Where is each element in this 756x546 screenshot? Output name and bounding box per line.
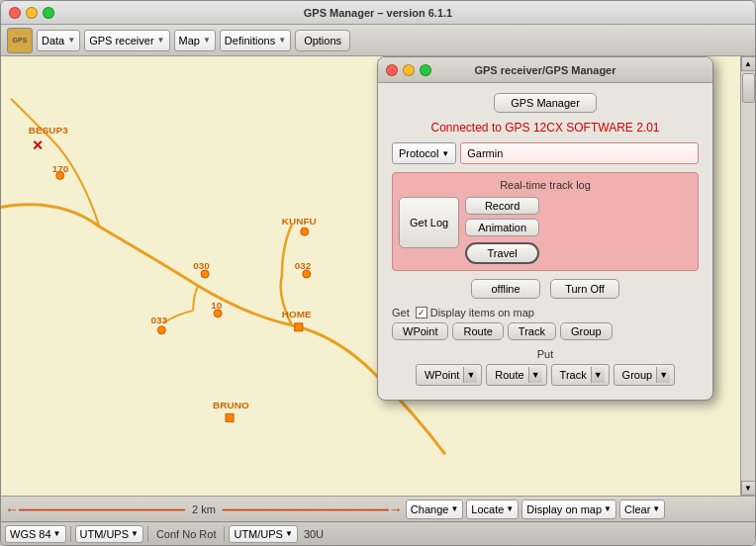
protocol-dropdown[interactable]: Protocol ▼ [392, 142, 456, 164]
svg-text:BESUP3: BESUP3 [29, 125, 68, 136]
dialog-maximize-button[interactable] [420, 64, 431, 76]
svg-rect-17 [226, 413, 234, 421]
get-buttons: WPoint Route Track Group [392, 322, 699, 340]
travel-button[interactable]: Travel [465, 242, 539, 264]
utm2-dropdown[interactable]: UTM/UPS ▼ [229, 525, 297, 543]
put-label: Put [392, 348, 699, 360]
right-scrollbar[interactable]: ▲ ▼ [740, 56, 755, 496]
offline-row: offline Turn Off [392, 279, 699, 299]
wgs-dropdown[interactable]: WGS 84 ▼ [5, 525, 66, 543]
utm-arrow: ▼ [131, 529, 139, 538]
svg-point-13 [214, 310, 222, 318]
get-wpoint-button[interactable]: WPoint [392, 322, 448, 340]
content-area: BESUP3 ✕ 170 KUNFU 030 032 033 10 [1, 56, 755, 496]
change-dropdown[interactable]: Change ▼ [406, 500, 463, 519]
get-route-button[interactable]: Route [452, 322, 503, 340]
svg-rect-15 [295, 323, 303, 331]
clear-arrow: ▼ [652, 504, 660, 513]
animation-button[interactable]: Animation [465, 219, 539, 236]
bottom-bar: ←———————————— 2 km ————————————→ Change … [1, 496, 755, 521]
right-arrow-indicator: ————————————→ [223, 501, 403, 517]
svg-text:030: 030 [193, 260, 210, 271]
scroll-up-button[interactable]: ▲ [741, 56, 756, 71]
protocol-arrow: ▼ [441, 149, 449, 158]
dialog-title-bar: GPS receiver/GPS Manager [378, 57, 712, 83]
data-dropdown[interactable]: Data ▼ [37, 30, 80, 51]
display-on-map-dropdown[interactable]: Display on map ▼ [521, 500, 616, 519]
toolbar: GPS Data ▼ GPS receiver ▼ Map ▼ Definiti… [1, 25, 755, 56]
minimize-button[interactable] [26, 7, 38, 19]
distance-label: 2 km [188, 503, 220, 515]
status-divider-2 [147, 526, 148, 542]
svg-point-5 [301, 228, 309, 235]
utm2-arrow: ▼ [285, 529, 293, 538]
turn-off-button[interactable]: Turn Off [550, 279, 619, 299]
locate-arrow: ▼ [506, 504, 514, 513]
display-checkbox[interactable]: ✓ [416, 307, 427, 318]
status-bar: WGS 84 ▼ UTM/UPS ▼ Conf No Rot UTM/UPS ▼… [1, 521, 755, 545]
put-buttons: WPoint ▼ Route ▼ Track ▼ Group [392, 364, 699, 386]
dialog-minimize-button[interactable] [403, 64, 415, 76]
gps-dialog: GPS receiver/GPS Manager GPS Manager Con… [377, 56, 713, 401]
display-checkbox-label: Display items on map [430, 307, 534, 318]
utm-dropdown[interactable]: UTM/UPS ▼ [75, 525, 143, 543]
options-button[interactable]: Options [295, 30, 350, 51]
dialog-close-button[interactable] [386, 64, 398, 76]
status-divider-1 [70, 526, 71, 542]
data-dropdown-arrow: ▼ [67, 36, 75, 45]
gps-manager-button[interactable]: GPS Manager [494, 93, 597, 113]
scroll-track [741, 71, 755, 481]
svg-text:032: 032 [295, 260, 312, 271]
rtl-title: Real-time track log [399, 179, 692, 191]
put-wpoint-arrow: ▼ [463, 367, 477, 383]
svg-point-3 [56, 171, 64, 179]
map-dropdown[interactable]: Map ▼ [174, 30, 216, 51]
definitions-arrow: ▼ [278, 36, 286, 45]
put-wpoint-button[interactable]: WPoint ▼ [416, 364, 482, 386]
title-bar: GPS Manager – version 6.1.1 [1, 1, 755, 25]
put-track-arrow: ▼ [591, 367, 605, 383]
put-section: Put WPoint ▼ Route ▼ Track ▼ [392, 348, 699, 386]
svg-text:HOME: HOME [282, 309, 312, 319]
get-track-button[interactable]: Track [508, 322, 556, 340]
left-arrow-indicator: ←———————————— [5, 501, 185, 517]
put-route-button[interactable]: Route ▼ [486, 364, 546, 386]
svg-point-11 [157, 326, 165, 334]
definitions-dropdown[interactable]: Definitions ▼ [220, 30, 291, 51]
rtl-section: Real-time track log Get Log Record Anima… [392, 172, 699, 271]
put-track-button[interactable]: Track ▼ [551, 364, 610, 386]
record-button[interactable]: Record [465, 197, 539, 215]
rtl-buttons: Get Log Record Animation Travel [399, 197, 692, 264]
wgs-arrow: ▼ [53, 529, 61, 538]
get-log-button[interactable]: Get Log [399, 197, 459, 248]
get-section: Get ✓ Display items on map WPoint Route … [392, 307, 699, 340]
close-button[interactable] [9, 7, 21, 19]
get-group-button[interactable]: Group [560, 322, 613, 340]
protocol-value: Garmin [460, 142, 699, 164]
put-group-arrow: ▼ [656, 367, 670, 383]
status-divider-3 [224, 526, 225, 542]
get-row: Get ✓ Display items on map [392, 307, 699, 318]
get-label: Get [392, 307, 410, 318]
clear-dropdown[interactable]: Clear ▼ [619, 500, 665, 519]
scroll-down-button[interactable]: ▼ [741, 481, 756, 496]
svg-text:✕: ✕ [32, 137, 44, 153]
maximize-button[interactable] [43, 7, 54, 19]
offline-button[interactable]: offline [471, 279, 540, 299]
rtl-right-buttons: Record Animation Travel [465, 197, 539, 264]
gps-receiver-dropdown[interactable]: GPS receiver ▼ [84, 30, 169, 51]
svg-point-9 [303, 270, 311, 278]
app-logo: GPS [7, 28, 33, 53]
put-group-button[interactable]: Group ▼ [614, 364, 676, 386]
dialog-window-controls [386, 64, 431, 76]
map-arrow: ▼ [203, 36, 211, 45]
zone-label: 30U [300, 528, 328, 540]
conf-label: Conf No Rot [152, 528, 221, 540]
put-route-arrow: ▼ [528, 367, 542, 383]
connected-text: Connected to GPS 12CX SOFTWARE 2.01 [392, 121, 699, 135]
svg-point-7 [201, 270, 209, 278]
dialog-content: GPS Manager Connected to GPS 12CX SOFTWA… [378, 83, 712, 400]
locate-dropdown[interactable]: Locate ▼ [466, 500, 519, 519]
dialog-title: GPS receiver/GPS Manager [388, 64, 703, 76]
scroll-thumb[interactable] [742, 73, 755, 103]
